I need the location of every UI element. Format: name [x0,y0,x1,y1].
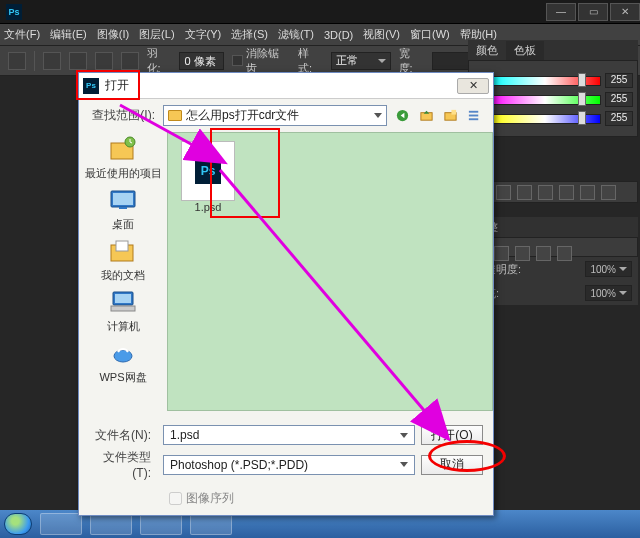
menu-item[interactable]: 窗口(W) [410,27,450,42]
place-documents[interactable]: 我的文档 [83,236,163,283]
task-item-app[interactable] [190,513,232,535]
style-dropdown[interactable]: 正常 [331,52,391,70]
svg-rect-16 [111,306,135,311]
menu-item[interactable]: 编辑(E) [50,27,87,42]
panel-icon[interactable] [559,185,574,200]
feather-label: 羽化: [147,46,172,76]
panel-icon[interactable] [517,185,532,200]
panel-icon[interactable] [538,185,553,200]
place-computer[interactable]: 计算机 [83,287,163,334]
panel-icon[interactable] [496,185,511,200]
marquee-mode-1-icon[interactable] [43,52,61,70]
r-slider[interactable] [489,76,601,86]
file-list[interactable]: Ps 1.psd [167,132,493,411]
image-sequence-label: 图像序列 [186,490,234,507]
places-bar: 最近使用的项目 桌面 我的文档 计算机 WPS网盘 [83,132,163,411]
dialog-title: 打开 [105,77,129,94]
filetype-combo[interactable]: Photoshop (*.PSD;*.PDD) [163,455,415,475]
svg-rect-11 [119,207,127,209]
dialog-title-icon: Ps [83,78,99,94]
marquee-mode-2-icon[interactable] [69,52,87,70]
opacity-dropdown[interactable]: 100% [585,261,632,277]
b-value[interactable]: 255 [605,111,633,126]
menu-item[interactable]: 选择(S) [231,27,268,42]
feather-input[interactable]: 0 像素 [179,52,224,70]
adjust-icon[interactable] [494,246,509,261]
menu-item[interactable]: 3D(D) [324,29,353,41]
window-maximize[interactable]: ▭ [578,3,608,21]
svg-rect-3 [451,110,456,115]
task-item-ie[interactable] [40,513,82,535]
adjust-icon[interactable] [536,246,551,261]
filename-label: 文件名(N): [89,427,157,444]
file-name-label: 1.psd [195,201,222,213]
panel-icon[interactable] [601,185,616,200]
filename-combo[interactable]: 1.psd [163,425,415,445]
view-menu-icon[interactable] [465,107,483,125]
file-thumbnail-icon: Ps [181,141,235,201]
panel-tab-color[interactable]: 颜色 [468,41,506,60]
task-item-app[interactable] [140,513,182,535]
file-item[interactable]: Ps 1.psd [176,141,240,213]
menu-item[interactable]: 图像(I) [97,27,129,42]
fill-dropdown[interactable]: 100% [585,285,632,301]
ps-logo: Ps [6,4,22,20]
open-button[interactable]: 打开(O) [421,425,483,445]
svg-rect-10 [113,193,133,205]
window-close[interactable]: ✕ [610,3,640,21]
open-dialog: Ps 打开 ✕ 查找范围(I): 怎么用ps打开cdr文件 最近使用的项目 桌面 [78,72,494,516]
place-desktop[interactable]: 桌面 [83,185,163,232]
width-input[interactable] [432,52,472,70]
cancel-button[interactable]: 取消 [421,455,483,475]
tool-preset-icon[interactable] [8,52,26,70]
folder-name: 怎么用ps打开cdr文件 [186,107,299,124]
nav-up-icon[interactable] [417,107,435,125]
image-sequence-checkbox [169,492,182,505]
panel-tab-swatches[interactable]: 色板 [506,41,544,60]
panel-icon[interactable] [580,185,595,200]
start-button[interactable] [4,513,32,535]
lookin-label: 查找范围(I): [89,107,157,124]
svg-rect-13 [116,241,128,251]
menu-item[interactable]: 滤镜(T) [278,27,314,42]
svg-rect-5 [468,115,477,117]
folder-icon [168,110,182,121]
antialias-checkbox[interactable]: 消除锯齿 [232,46,290,76]
g-value[interactable]: 255 [605,92,633,107]
task-item-explorer[interactable] [90,513,132,535]
width-label: 宽度: [399,46,424,76]
marquee-mode-4-icon[interactable] [121,52,139,70]
filetype-label: 文件类型(T): [89,449,157,480]
svg-rect-6 [468,118,477,120]
menu-item[interactable]: 文件(F) [4,27,40,42]
new-folder-icon[interactable] [441,107,459,125]
marquee-mode-3-icon[interactable] [95,52,113,70]
svg-rect-1 [420,113,431,121]
menu-item[interactable]: 图层(L) [139,27,174,42]
adjust-icon[interactable] [557,246,572,261]
menu-item[interactable]: 文字(Y) [185,27,222,42]
window-minimize[interactable]: — [546,3,576,21]
svg-rect-4 [468,111,477,113]
style-label: 样式: [298,46,323,76]
svg-rect-15 [115,294,131,303]
lookin-dropdown[interactable]: 怎么用ps打开cdr文件 [163,105,387,126]
b-slider[interactable] [489,114,601,124]
nav-back-icon[interactable] [393,107,411,125]
dialog-close-button[interactable]: ✕ [457,78,489,94]
place-wps[interactable]: WPS网盘 [83,338,163,385]
place-recent[interactable]: 最近使用的项目 [83,134,163,181]
dialog-titlebar: Ps 打开 ✕ [79,73,493,99]
g-slider[interactable] [489,95,601,105]
r-value[interactable]: 255 [605,73,633,88]
menu-item[interactable]: 视图(V) [363,27,400,42]
adjust-icon[interactable] [515,246,530,261]
